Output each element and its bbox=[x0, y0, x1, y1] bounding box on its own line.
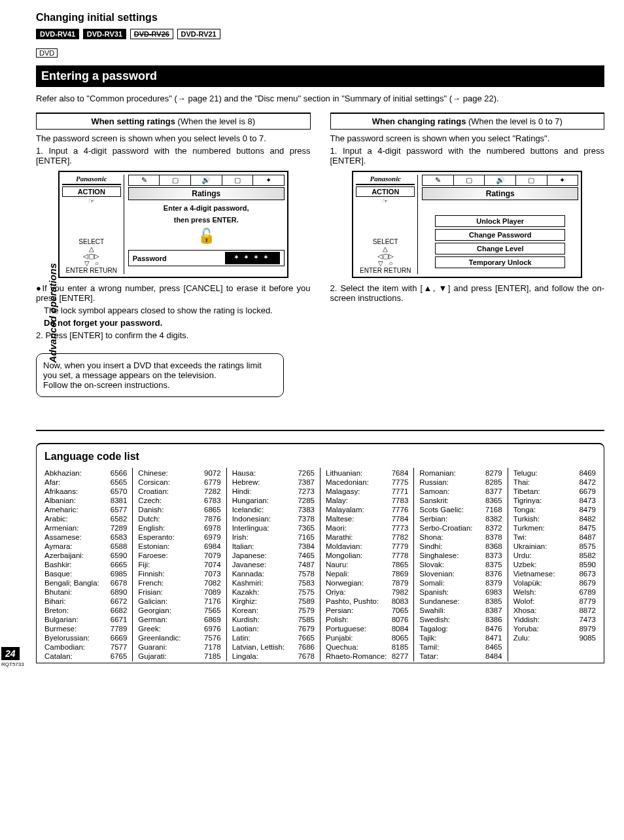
brand-label: Panasonic bbox=[356, 175, 415, 185]
lang-row: Abkhazian:6566 bbox=[44, 469, 127, 477]
lang-row: Sindhi:8368 bbox=[419, 542, 502, 550]
left-step2: 2. Press [ENTER] to confirm the 4 digits… bbox=[36, 330, 311, 340]
lang-row: Urdu:8582 bbox=[513, 551, 596, 559]
lang-row: Quechua:8185 bbox=[326, 643, 408, 651]
select-arrows: SELECT △◁▢▷▽ ○ ENTER RETURN bbox=[356, 238, 415, 274]
brand-label: Panasonic bbox=[62, 175, 121, 185]
prompt-line2: then press ENTER. bbox=[128, 216, 285, 224]
lang-row: Hindi:7273 bbox=[232, 487, 315, 495]
lang-row: Greek:6976 bbox=[138, 625, 220, 633]
lang-row: Persian:7065 bbox=[326, 606, 408, 614]
lang-row: Malayalam:7776 bbox=[326, 506, 408, 514]
opt-change-level: Change Level bbox=[435, 243, 565, 254]
lang-row: Dutch:7876 bbox=[138, 515, 220, 523]
lang-row: Kashmiri:7583 bbox=[232, 579, 315, 587]
hand-icon: ☞ bbox=[356, 197, 415, 205]
lang-row: Arabic:6582 bbox=[44, 515, 127, 523]
tab-icon: 🔊 bbox=[485, 175, 516, 186]
lang-row: Azerbaijani:6590 bbox=[44, 551, 127, 559]
model-badge-rv21: DVD-RV21 bbox=[177, 29, 220, 39]
right-panel-head: When changing ratings (When the level is… bbox=[330, 113, 605, 130]
lang-row: Sanskrit:8365 bbox=[419, 497, 502, 504]
lang-row: Interlingua:7365 bbox=[232, 524, 315, 532]
lang-row: Romanian:8279 bbox=[419, 469, 502, 477]
lang-row: Moldavian:7779 bbox=[326, 542, 408, 550]
opt-temp-unlock: Temporary Unlock bbox=[435, 256, 565, 268]
screen-tabs: ✎ ▢ 🔊 ▢ ✦ bbox=[128, 175, 285, 186]
lang-row: Scots Gaelic:7168 bbox=[419, 506, 502, 514]
tab-icon: ▢ bbox=[454, 175, 485, 186]
lang-row: Portuguese:8084 bbox=[326, 625, 408, 633]
opt-unlock: Unlock Player bbox=[435, 215, 565, 227]
lang-row: Korean:7579 bbox=[232, 606, 315, 614]
lang-row: Croatian:7282 bbox=[138, 487, 220, 495]
opt-change-pw: Change Password bbox=[435, 229, 565, 241]
left-bullet: ●If you enter a wrong number, press [CAN… bbox=[36, 283, 311, 303]
lang-row: Russian:8285 bbox=[419, 478, 502, 486]
page-title: Changing initial settings bbox=[36, 12, 604, 24]
lang-row: Afar:6565 bbox=[44, 478, 127, 486]
lang-row: Telugu:8469 bbox=[513, 469, 596, 477]
lang-row: Faroese:7079 bbox=[138, 551, 220, 559]
lang-row: Slovenian:8376 bbox=[419, 570, 502, 578]
lang-row: Greenlandic:7576 bbox=[138, 634, 220, 642]
section-title: Entering a password bbox=[36, 65, 604, 87]
lang-row: Welsh:6789 bbox=[513, 588, 596, 596]
lang-row: Turkish:8482 bbox=[513, 515, 596, 523]
lang-title: Language code list bbox=[44, 451, 596, 463]
right-intro: The password screen is shown when you se… bbox=[330, 133, 605, 143]
lang-row: Aymara:6588 bbox=[44, 542, 127, 550]
lang-row: Polish:8076 bbox=[326, 616, 408, 623]
ratings-box: Ratings bbox=[128, 187, 285, 200]
lang-row: Rhaeto-Romance:8277 bbox=[326, 652, 408, 660]
lang-row: Volapük:8679 bbox=[513, 579, 596, 587]
lang-row: French:7082 bbox=[138, 579, 220, 587]
lang-row: Nauru:7865 bbox=[326, 561, 408, 569]
lang-row: Samoan:8377 bbox=[419, 487, 502, 495]
lang-row: Latin:7665 bbox=[232, 634, 315, 642]
screen-changing: Panasonic ACTION ☞ SELECT △◁▢▷▽ ○ ENTER … bbox=[352, 171, 582, 278]
lang-row: Serbo-Croatian:8372 bbox=[419, 524, 502, 532]
left-step1: 1. Input a 4-digit password with the num… bbox=[36, 146, 311, 166]
lang-row: Catalan:6765 bbox=[44, 652, 127, 660]
lang-row: Slovak:8375 bbox=[419, 561, 502, 569]
model-badge-rv41: DVD-RV41 bbox=[36, 29, 79, 39]
lang-row: Kazakh:7575 bbox=[232, 588, 315, 596]
lang-row: Pashto, Pushto:8083 bbox=[326, 597, 408, 605]
lang-row: Ameharic:6577 bbox=[44, 506, 127, 514]
lang-row: Swahili:8387 bbox=[419, 606, 502, 614]
lang-row: Indonesian:7378 bbox=[232, 515, 315, 523]
lang-row: Kurdish:7585 bbox=[232, 616, 315, 623]
lang-row: Uzbek:8590 bbox=[513, 561, 596, 569]
lang-row: Tigrinya:8473 bbox=[513, 497, 596, 504]
lang-row: Finnish:7073 bbox=[138, 570, 220, 578]
lang-row: Norwegian:7879 bbox=[326, 579, 408, 587]
lang-row: Basque:6985 bbox=[44, 570, 127, 578]
left-dontforget: Do not forget your password. bbox=[36, 318, 311, 328]
lang-row: Guarani:7178 bbox=[138, 643, 220, 651]
lang-row: Bengali; Bangla:6678 bbox=[44, 579, 127, 587]
lang-row: Bashkir:6665 bbox=[44, 561, 127, 569]
model-row: DVD-RV41 DVD-RV31 DVD-RV26 DVD-RV21 bbox=[36, 29, 604, 39]
lang-row: Yoruba:8979 bbox=[513, 625, 596, 633]
lang-row: Bhutani:6890 bbox=[44, 588, 127, 596]
lang-row: Javanese:7487 bbox=[232, 561, 315, 569]
lang-row: Tatar:8484 bbox=[419, 652, 502, 660]
lang-row: Shona:8378 bbox=[419, 533, 502, 541]
lang-row: Ukrainian:8575 bbox=[513, 542, 596, 550]
action-label: ACTION bbox=[62, 186, 121, 197]
lang-row: English:6978 bbox=[138, 524, 220, 532]
lang-row: Maltese:7784 bbox=[326, 515, 408, 523]
lang-row: Malagasy:7771 bbox=[326, 487, 408, 495]
lang-row: Maori:7773 bbox=[326, 524, 408, 532]
lang-row: Nepali:7869 bbox=[326, 570, 408, 578]
lang-row: Kirghiz:7589 bbox=[232, 597, 315, 605]
lang-row: Turkmen:8475 bbox=[513, 524, 596, 532]
ratings-box: Ratings bbox=[422, 187, 578, 200]
side-label: Advanced operations bbox=[47, 263, 58, 363]
lang-row: Lingala:7678 bbox=[232, 652, 315, 660]
tab-icon: ✦ bbox=[547, 175, 579, 186]
lang-row: Galician:7176 bbox=[138, 597, 220, 605]
tab-icon: ▢ bbox=[222, 175, 254, 186]
note-box: Now, when you insert a DVD that exceeds … bbox=[36, 353, 284, 397]
